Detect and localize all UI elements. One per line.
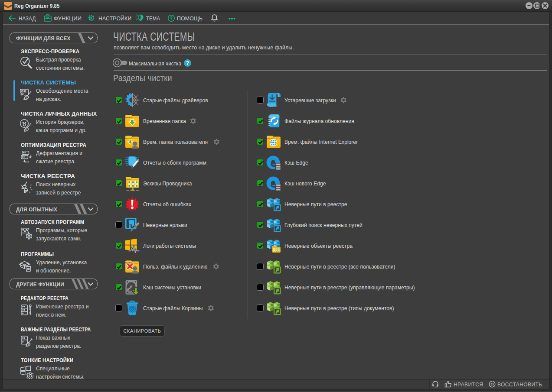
svg-text:?: ?: [170, 16, 173, 21]
svg-text:?: ?: [186, 60, 189, 66]
